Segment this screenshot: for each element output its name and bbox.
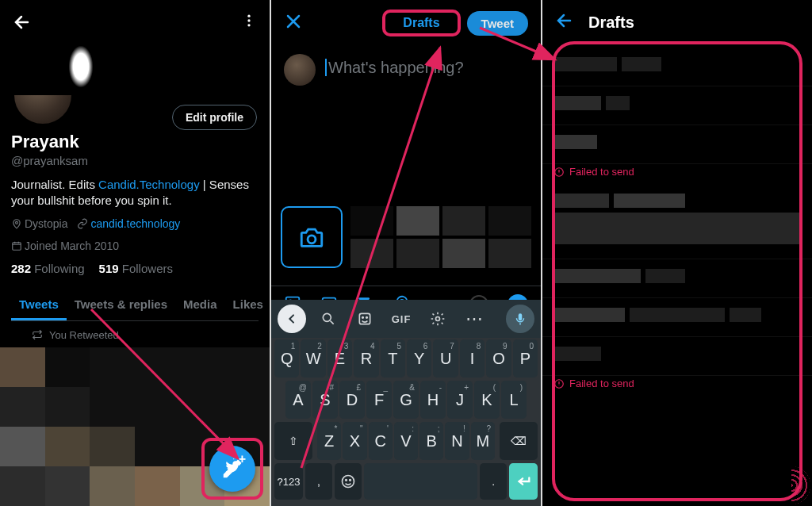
on-screen-keyboard: GIF Q1W2E3R4T5Y6U7I8O9P0 A@S#D£F_G&H-J+K… (271, 300, 541, 506)
keyboard-sticker-icon[interactable] (350, 305, 379, 333)
draft-item[interactable] (542, 125, 812, 164)
compose-tweet-fab[interactable]: + (209, 446, 255, 492)
draft-item[interactable] (542, 48, 812, 86)
failed-to-send-label: Failed to send (542, 376, 812, 389)
drafts-list: Failed to send Failed to send (542, 48, 812, 506)
keyboard-key-v[interactable]: V: (394, 422, 418, 460)
drafts-screen: Drafts Failed to send (542, 0, 812, 506)
profile-banner (0, 0, 270, 95)
keyboard-search-icon[interactable] (314, 305, 343, 333)
keyboard-key-y[interactable]: Y6 (407, 339, 431, 378)
tab-media[interactable]: Media (175, 286, 225, 320)
back-icon[interactable] (13, 13, 32, 35)
edit-profile-button[interactable]: Edit profile (172, 105, 257, 130)
svg-point-1 (247, 19, 250, 21)
recent-media-thumbnails[interactable] (350, 206, 531, 268)
keyboard-numeric-key[interactable]: ?123 (274, 463, 303, 500)
profile-location: Dystopia (11, 217, 67, 230)
keyboard-key-i[interactable]: I8 (460, 339, 485, 378)
keyboard-key-e[interactable]: E3 (327, 339, 352, 378)
more-options-icon[interactable] (241, 13, 257, 33)
draft-item[interactable] (542, 337, 812, 376)
keyboard-key-p[interactable]: P0 (513, 339, 538, 378)
back-icon[interactable] (555, 11, 574, 33)
keyboard-key-r[interactable]: R4 (354, 339, 378, 378)
tab-tweets-replies[interactable]: Tweets & replies (67, 286, 175, 320)
compose-avatar (284, 54, 316, 86)
annotation-highlight: Drafts (382, 10, 460, 36)
bio-text: Journalist. Edits (11, 178, 98, 191)
draft-item[interactable] (542, 298, 812, 337)
keyboard-key-a[interactable]: A@ (285, 381, 311, 419)
draft-item[interactable] (542, 259, 812, 298)
keyboard-key-c[interactable]: C' (369, 422, 393, 460)
keyboard-key-q[interactable]: Q1 (274, 339, 299, 378)
keyboard-key-u[interactable]: U7 (433, 339, 458, 378)
keyboard-key-f[interactable]: F_ (366, 381, 392, 419)
compose-input[interactable]: What's happening? (325, 59, 528, 86)
keyboard-key-x[interactable]: X" (343, 422, 366, 460)
keyboard-more-icon[interactable] (460, 305, 488, 333)
svg-point-0 (247, 15, 250, 17)
keyboard-key-g[interactable]: G& (393, 381, 419, 419)
compose-screen: Drafts Tweet What's happening? (271, 0, 542, 506)
drafts-link[interactable]: Drafts (392, 11, 450, 34)
keyboard-key-s[interactable]: S# (312, 381, 338, 419)
keyboard-gif-icon[interactable]: GIF (387, 305, 416, 333)
draft-item[interactable] (542, 184, 812, 259)
keyboard-backspace-key[interactable]: ⌫ (500, 422, 538, 460)
page-title: Drafts (588, 13, 634, 32)
keyboard-key-l[interactable]: L) (501, 381, 527, 419)
keyboard-key-n[interactable]: N! (445, 422, 469, 460)
svg-point-3 (16, 221, 18, 224)
tab-likes[interactable]: Likes (225, 286, 271, 320)
keyboard-space-key[interactable] (364, 463, 477, 500)
camera-tile[interactable] (281, 206, 343, 268)
bio-link[interactable]: Candid.Technology (98, 178, 200, 191)
draft-item[interactable] (542, 86, 812, 125)
keyboard-key-h[interactable]: H- (420, 381, 446, 419)
svg-point-5 (308, 236, 316, 243)
keyboard-key-j[interactable]: J+ (447, 381, 473, 419)
keyboard-comma-key[interactable]: , (305, 463, 332, 500)
keyboard-emoji-key[interactable] (335, 463, 362, 500)
svg-point-10 (323, 313, 331, 321)
keyboard-settings-icon[interactable] (423, 305, 452, 333)
keyboard-shift-key[interactable]: ⇧ (274, 422, 312, 460)
retweet-indicator: You Retweeted (11, 321, 259, 346)
profile-joined-date: Joined March 2010 (11, 240, 119, 252)
keyboard-key-k[interactable]: K( (474, 381, 500, 419)
keyboard-key-d[interactable]: D£ (339, 381, 365, 419)
following-count[interactable]: 282 Following (11, 262, 85, 275)
svg-point-14 (436, 317, 440, 321)
svg-point-16 (342, 476, 354, 488)
keyboard-key-o[interactable]: O9 (486, 339, 511, 378)
keyboard-key-b[interactable]: B; (419, 422, 443, 460)
profile-bio: Journalist. Edits Candid.Technology | Se… (11, 177, 259, 209)
followers-count[interactable]: 519 Followers (99, 262, 173, 275)
tweet-button[interactable]: Tweet (467, 11, 528, 36)
svg-point-2 (247, 24, 250, 26)
keyboard-key-w[interactable]: W2 (301, 339, 325, 378)
close-icon[interactable] (284, 12, 303, 34)
profile-screen: Edit profile Prayank @prayanksam Journal… (0, 0, 271, 506)
compose-placeholder: What's happening? (328, 59, 464, 76)
keyboard-mic-icon[interactable] (506, 305, 534, 333)
tab-tweets[interactable]: Tweets (11, 286, 67, 320)
keyboard-period-key[interactable]: . (480, 463, 507, 500)
svg-point-18 (349, 480, 350, 481)
keyboard-collapse-icon[interactable] (278, 305, 306, 333)
keyboard-key-z[interactable]: Z* (317, 422, 341, 460)
text-cursor (325, 59, 327, 76)
profile-url[interactable]: candid.technology (77, 217, 180, 230)
svg-point-17 (345, 480, 347, 481)
svg-point-12 (362, 317, 364, 319)
svg-point-13 (366, 317, 368, 319)
svg-rect-4 (13, 242, 21, 249)
keyboard-key-t[interactable]: T5 (381, 339, 405, 378)
profile-handle: @prayanksam (11, 154, 259, 167)
media-picker-strip (281, 206, 531, 278)
profile-display-name: Prayank (11, 132, 259, 152)
keyboard-enter-key[interactable] (509, 463, 538, 500)
keyboard-key-m[interactable]: M? (471, 422, 495, 460)
